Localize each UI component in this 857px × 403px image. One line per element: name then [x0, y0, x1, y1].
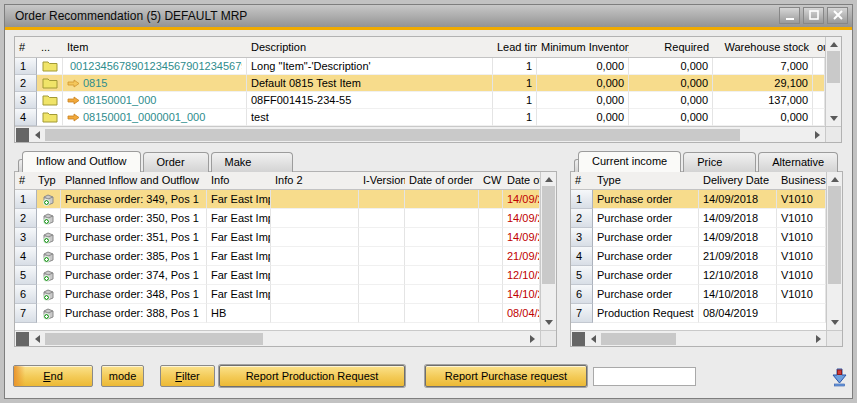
folder-cell[interactable] — [37, 92, 63, 109]
col-header-cw: CW — [479, 172, 503, 189]
item-row[interactable]: 3 08150001_000 08FF001415-234-55 1 0,000… — [15, 92, 841, 109]
tab-price[interactable]: Price — [683, 152, 756, 172]
inflow-row[interactable]: 2 Purchase order: 350, Pos 1 Far East Im… — [15, 209, 556, 228]
income-row[interactable]: 3 Purchase order 14/09/2018 V1010 — [571, 228, 842, 247]
minimize-button[interactable] — [779, 7, 800, 24]
cw-cell — [479, 247, 503, 266]
income-row[interactable]: 6 Purchase order 14/10/2018 V1010 — [571, 285, 842, 304]
report-production-request-button[interactable]: Report Production Request — [219, 365, 405, 387]
maximize-button[interactable] — [803, 7, 824, 24]
scrollbar-thumb[interactable] — [828, 186, 841, 284]
tab-current-income[interactable]: Current income — [578, 151, 681, 172]
item-link-arrow-icon[interactable] — [67, 113, 80, 122]
scroll-up-icon[interactable] — [830, 42, 838, 47]
inflow-row[interactable]: 4 Purchase order: 385, Pos 1 Far East Im… — [15, 247, 556, 266]
income-row[interactable]: 7 Production Request 08/04/2019 — [571, 304, 842, 323]
close-button[interactable] — [827, 7, 848, 24]
scroll-left-icon[interactable] — [591, 335, 596, 343]
scrollbar-thumb[interactable] — [601, 333, 676, 345]
tab-inflow-and-outflow[interactable]: Inflow and Outflow — [22, 151, 141, 172]
inflow-row[interactable]: 3 Purchase order: 351, Pos 1 Far East Im… — [15, 228, 556, 247]
row-number-cell: 1 — [571, 190, 593, 209]
scroll-down-icon[interactable] — [545, 320, 553, 325]
titlebar[interactable]: Order Recommendation (5) DEFAULT MRP — [5, 5, 852, 27]
item-code[interactable]: 08150001_0000001_000 — [83, 109, 205, 125]
item-code[interactable]: 001234567890123456790123456790 — [70, 58, 242, 74]
scrollbar-thumb[interactable] — [45, 333, 263, 345]
item-code[interactable]: 08150001_000 — [83, 92, 156, 108]
type-cell — [37, 247, 61, 266]
scroll-right-icon[interactable] — [816, 335, 821, 343]
scrollbar-corner — [826, 330, 842, 346]
description-cell: 08FF001415-234-55 — [247, 92, 493, 109]
income-row[interactable]: 2 Purchase order 14/09/2018 V1010 — [571, 209, 842, 228]
item-link-arrow-icon[interactable] — [67, 96, 80, 105]
inflow-row[interactable]: 7 Purchase order: 388, Pos 1 HB 08/04/2 — [15, 304, 556, 323]
scroll-down-icon[interactable] — [830, 116, 838, 121]
inflow-row[interactable]: 5 Purchase order: 374, Pos 1 Far East Im… — [15, 266, 556, 285]
warehouse-stock-cell: 7,000 — [713, 58, 813, 75]
tab-make[interactable]: Make — [211, 152, 293, 172]
jump-to-bottom-icon[interactable] — [831, 367, 848, 388]
clipped-cell — [813, 109, 825, 126]
filter-button[interactable]: Filter — [160, 365, 215, 387]
scrollbar-thumb[interactable] — [45, 129, 740, 141]
scrollbar-split-box[interactable] — [572, 332, 585, 346]
business-partner-cell: V1010 — [777, 209, 826, 228]
scroll-left-icon[interactable] — [35, 335, 40, 343]
row-number-cell: 4 — [571, 247, 593, 266]
scroll-up-icon[interactable] — [545, 177, 553, 182]
scroll-right-icon[interactable] — [815, 131, 820, 139]
report-purchase-request-button[interactable]: Report Purchase request — [425, 365, 587, 387]
business-partner-cell: V1010 — [777, 228, 826, 247]
scrollbar-thumb[interactable] — [542, 186, 555, 284]
type-cell — [37, 304, 61, 323]
folder-cell[interactable] — [37, 109, 63, 126]
footer-text-input[interactable] — [593, 367, 696, 386]
row-number-cell: 1 — [15, 58, 37, 75]
scroll-down-icon[interactable] — [831, 320, 839, 325]
folder-cell[interactable] — [37, 75, 63, 92]
purchase-order-icon — [42, 307, 55, 320]
date-of-cell: 14/10/2 — [503, 285, 540, 304]
inflow-row[interactable]: 6 Purchase order: 348, Pos 1 Far East Im… — [15, 285, 556, 304]
income-row[interactable]: 1 Purchase order 14/09/2018 V1010 — [571, 190, 842, 209]
current-income-header: # Type Delivery Date Business par — [571, 172, 842, 190]
mode-button[interactable]: mode — [101, 365, 144, 387]
scrollbar-split-box[interactable] — [16, 332, 29, 346]
item-row[interactable]: 2 0815 Default 0815 Test Item 1 0,000 0,… — [15, 75, 841, 92]
inflow-vertical-scrollbar[interactable] — [540, 172, 556, 330]
income-row[interactable]: 4 Purchase order 21/09/2018 V1010 — [571, 247, 842, 266]
scroll-left-icon[interactable] — [35, 131, 40, 139]
folder-cell[interactable] — [37, 58, 63, 75]
scroll-up-icon[interactable] — [831, 177, 839, 182]
item-code[interactable]: 0815 — [83, 75, 107, 91]
items-horizontal-scrollbar[interactable] — [15, 126, 825, 142]
window-controls — [779, 7, 848, 24]
row-number-cell: 3 — [571, 228, 593, 247]
tab-order[interactable]: Order — [143, 152, 209, 172]
col-header-planned: Planned Inflow and Outflow — [61, 172, 207, 189]
item-row[interactable]: 4 08150001_0000001_000 test 1 0,000 0,00… — [15, 109, 841, 126]
inflow-row[interactable]: 1 Purchase order: 349, Pos 1 Far East Im… — [15, 190, 556, 209]
row-number-cell: 6 — [571, 285, 593, 304]
income-vertical-scrollbar[interactable] — [826, 172, 842, 330]
info2-cell — [271, 304, 359, 323]
end-button[interactable]: End — [13, 365, 93, 387]
row-number-cell: 6 — [15, 285, 37, 304]
info-cell: Far East Imports — [207, 209, 271, 228]
item-row[interactable]: 1 001234567890123456790123456790 Long "I… — [15, 58, 841, 75]
inflow-horizontal-scrollbar[interactable] — [15, 330, 540, 346]
income-row[interactable]: 5 Purchase order 12/10/2018 V1010 — [571, 266, 842, 285]
tab-alternative[interactable]: Alternative — [758, 152, 838, 172]
scrollbar-split-box[interactable] — [16, 128, 29, 142]
folder-icon — [42, 60, 58, 72]
scrollbar-thumb[interactable] — [827, 51, 840, 83]
description-cell: Long "Item"-'Description' — [247, 58, 493, 75]
items-vertical-scrollbar[interactable] — [825, 37, 841, 126]
scroll-right-icon[interactable] — [530, 335, 535, 343]
item-link-arrow-icon[interactable] — [67, 79, 80, 88]
income-horizontal-scrollbar[interactable] — [571, 330, 826, 346]
i-version-cell — [359, 285, 405, 304]
col-header-lead-time: Lead time — [493, 37, 537, 57]
